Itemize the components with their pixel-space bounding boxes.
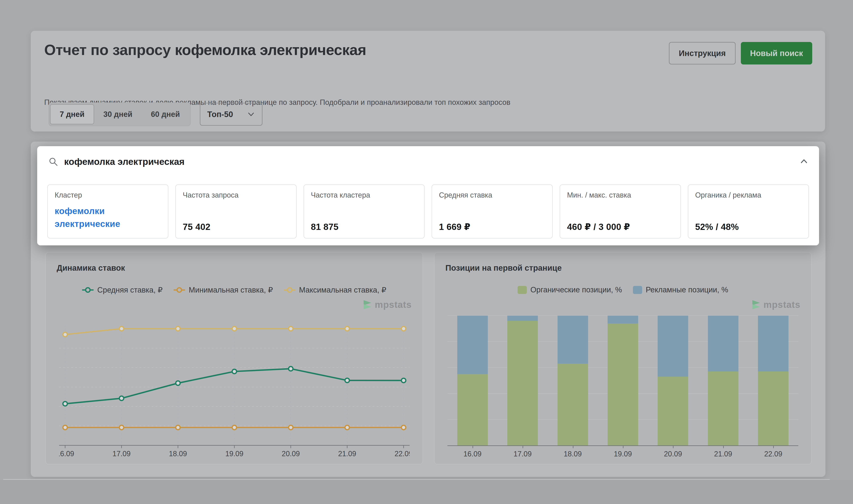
svg-text:20.09: 20.09	[282, 450, 300, 458]
stat-card-query-frequency: Частота запроса 75 402	[175, 184, 296, 238]
stacked-bar-18.09[interactable]	[558, 316, 588, 445]
top-select-value: Топ-50	[207, 110, 233, 119]
cluster-link[interactable]: кофемолки электрические	[55, 204, 161, 230]
bottom-divider	[3, 479, 830, 480]
bar-slot	[448, 316, 498, 445]
data-point[interactable]	[401, 378, 406, 383]
data-point[interactable]	[176, 381, 180, 385]
bar-chart-legend: Органические позиции, % Рекламные позици…	[435, 286, 811, 294]
chart-title: Динамика ставок	[57, 264, 125, 272]
organic-segment	[457, 374, 488, 445]
stacked-bar-17.09[interactable]	[507, 316, 538, 445]
stacked-bar-19.09[interactable]	[608, 316, 638, 445]
legend-marker-max	[284, 287, 295, 293]
data-point[interactable]	[119, 425, 124, 430]
bid-dynamics-panel: Динамика ставок Средняя ставка, ₽ Минима…	[46, 252, 423, 465]
legend-label: Средняя ставка, ₽	[97, 286, 162, 294]
legend-item-min[interactable]: Минимальная ставка, ₽	[173, 286, 273, 294]
bars-area	[448, 316, 798, 445]
chart-title: Позиции на первой странице	[446, 264, 562, 272]
data-point[interactable]	[289, 366, 293, 371]
stacked-bar-16.09[interactable]	[457, 316, 488, 445]
search-query-text[interactable]: кофемолка электрическая	[64, 156, 185, 167]
data-point[interactable]	[232, 326, 237, 331]
instruction-button[interactable]: Инструкция	[669, 42, 735, 65]
legend-swatch-organic	[518, 286, 527, 294]
stat-value: 460 ₽ / 3 000 ₽	[567, 222, 673, 232]
stat-label: Средняя ставка	[439, 191, 545, 199]
x-tick	[698, 445, 748, 449]
legend-label: Минимальная ставка, ₽	[189, 286, 273, 294]
period-30-days[interactable]: 30 дней	[94, 104, 141, 124]
legend-marker-avg	[82, 287, 94, 293]
data-point[interactable]	[63, 425, 67, 430]
data-point[interactable]	[63, 332, 67, 337]
ad-segment	[758, 316, 788, 372]
stacked-bar-22.09[interactable]	[758, 316, 788, 445]
stacked-bar-20.09[interactable]	[658, 316, 688, 445]
new-search-button[interactable]: Новый поиск	[741, 42, 812, 65]
stat-cards-row: Кластер кофемолки электрические Частота …	[47, 184, 809, 238]
data-point[interactable]	[289, 425, 293, 430]
report-header-card: Отчет по запросу кофемолка электрическая…	[31, 31, 825, 131]
period-7-days[interactable]: 7 дней	[50, 104, 94, 124]
legend-item-max[interactable]: Максимальная ставка, ₽	[284, 286, 386, 294]
bar-slot	[748, 316, 798, 445]
data-point[interactable]	[176, 425, 180, 430]
report-titles: Отчет по запросу кофемолка электрическая	[44, 41, 366, 59]
data-point[interactable]	[119, 396, 124, 401]
data-point[interactable]	[232, 425, 237, 430]
data-point[interactable]	[401, 425, 406, 430]
data-point[interactable]	[289, 326, 293, 331]
stat-card-min-max-bid: Мин. / макс. ставка 460 ₽ / 3 000 ₽	[560, 184, 681, 238]
legend-item-organic[interactable]: Органические позиции, %	[518, 286, 622, 294]
stat-value: 81 875	[311, 222, 417, 232]
ad-segment	[658, 316, 688, 377]
data-point[interactable]	[345, 425, 349, 430]
svg-text:22.09: 22.09	[395, 450, 410, 458]
chevron-down-icon	[247, 110, 255, 118]
query-summary-panel: кофемолка электрическая Кластер кофемолк…	[37, 146, 819, 245]
x-tick-label: 17.09	[498, 450, 547, 458]
svg-text:19.09: 19.09	[225, 450, 243, 458]
data-point[interactable]	[345, 378, 349, 382]
x-tick-label: 22.09	[748, 450, 798, 458]
line-chart-legend: Средняя ставка, ₽ Минимальная ставка, ₽ …	[46, 286, 422, 294]
stat-label: Органика / реклама	[695, 191, 802, 199]
data-point[interactable]	[345, 326, 349, 331]
stat-label: Частота кластера	[311, 191, 417, 199]
legend-marker-min	[173, 287, 185, 293]
mpstats-icon	[752, 300, 761, 309]
data-point[interactable]	[176, 326, 180, 331]
legend-item-ads[interactable]: Рекламные позиции, %	[633, 286, 728, 294]
bar-slot	[598, 316, 648, 445]
legend-item-avg[interactable]: Средняя ставка, ₽	[82, 286, 162, 294]
x-ticks	[448, 445, 798, 449]
filters-row: 7 дней 30 дней 60 дней Топ-50	[49, 103, 262, 126]
bid-dynamics-plot: 16.0917.0918.0919.0920.0921.0922.09	[59, 316, 410, 458]
mpstats-watermark: mpstats	[752, 299, 800, 310]
stat-value: 1 669 ₽	[439, 222, 545, 232]
stacked-bar-21.09[interactable]	[708, 316, 738, 445]
legend-swatch-ads	[633, 286, 642, 294]
data-point[interactable]	[119, 326, 124, 331]
x-tick	[448, 445, 498, 449]
collapse-panel-button[interactable]	[799, 157, 808, 166]
x-tick	[548, 445, 598, 449]
period-60-days[interactable]: 60 дней	[142, 104, 189, 124]
search-icon	[49, 157, 58, 166]
mpstats-label: mpstats	[375, 299, 412, 310]
data-point[interactable]	[232, 369, 237, 374]
x-tick	[498, 445, 547, 449]
ad-segment	[558, 316, 588, 364]
mpstats-watermark: mpstats	[364, 299, 412, 310]
stat-card-organic-ads: Органика / реклама 52% / 48%	[688, 184, 809, 238]
legend-label: Рекламные позиции, %	[646, 286, 728, 294]
ad-segment	[608, 316, 638, 323]
top-select[interactable]: Топ-50	[200, 103, 262, 126]
page-title-prefix: Отчет по запросу	[44, 41, 171, 58]
bar-slot	[548, 316, 598, 445]
data-point[interactable]	[63, 401, 67, 406]
report-body-card: кофемолка электрическая Кластер кофемолк…	[31, 142, 825, 477]
data-point[interactable]	[401, 326, 406, 331]
